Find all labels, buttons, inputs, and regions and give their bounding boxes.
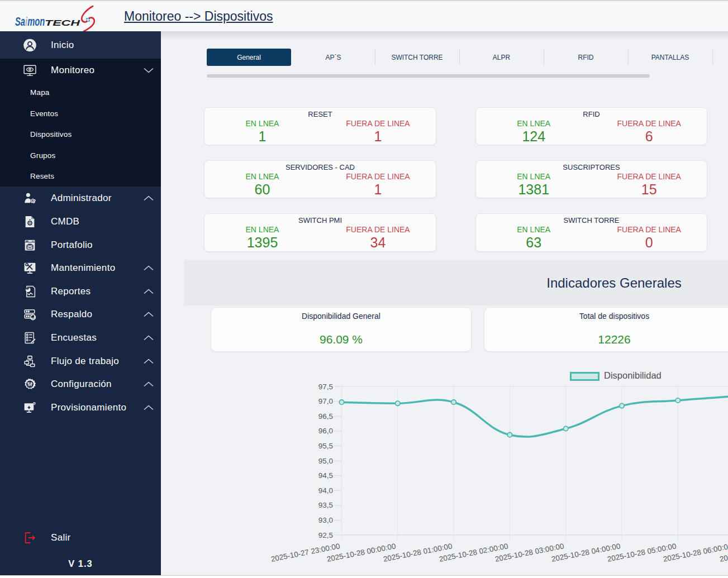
svg-text:97,5: 97,5 — [318, 383, 333, 391]
svg-text:94,0: 94,0 — [318, 486, 333, 495]
svg-text:93,5: 93,5 — [318, 501, 333, 509]
svg-text:96,0: 96,0 — [318, 427, 333, 435]
svg-text:94,5: 94,5 — [318, 471, 333, 480]
svg-text:93,0: 93,0 — [318, 516, 333, 524]
svg-text:95,0: 95,0 — [318, 457, 333, 465]
svg-text:96,5: 96,5 — [318, 412, 333, 421]
svg-text:97,0: 97,0 — [318, 397, 333, 405]
svg-text:92,5: 92,5 — [318, 531, 333, 539]
svg-text:TECH: TECH — [45, 18, 80, 27]
svg-text:Saimon: Saimon — [15, 15, 45, 28]
svg-text:95,5: 95,5 — [318, 442, 333, 450]
